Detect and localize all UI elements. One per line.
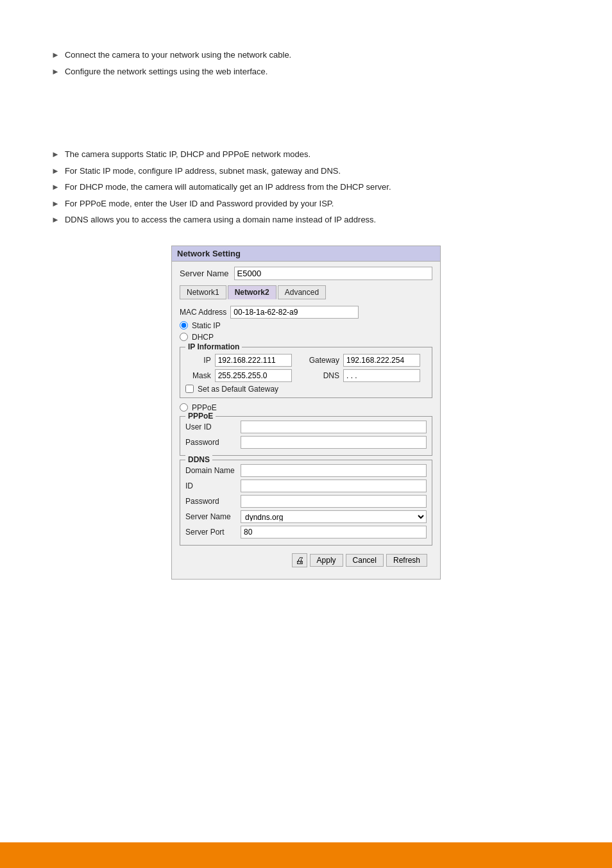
ddns-domain-label: Domain Name: [185, 466, 237, 475]
pppoe-user-input[interactable]: [241, 421, 427, 433]
print-icon: 🖨: [295, 555, 304, 565]
bullet-text: The camera supports Static IP, DHCP and …: [65, 148, 310, 161]
bullet-text: DDNS allows you to access the camera usi…: [65, 213, 376, 226]
pppoe-label: PPPoE: [192, 403, 217, 412]
pppoe-pass-label: Password: [185, 438, 237, 447]
ddns-domain-input[interactable]: [241, 464, 427, 477]
ddns-id-input[interactable]: [241, 480, 427, 492]
ip-input[interactable]: [215, 354, 292, 367]
tabs-row: Network1 Network2 Advanced: [180, 285, 432, 299]
dhcp-label: DHCP: [192, 333, 214, 342]
bullet-arrow-icon: ►: [51, 165, 60, 178]
bullet-text: For PPPoE mode, enter the User ID and Pa…: [65, 197, 334, 210]
pppoe-legend: PPPoE: [185, 412, 216, 421]
bullet-arrow-icon: ►: [51, 181, 60, 194]
bullet-arrow-icon: ►: [51, 49, 60, 62]
network-setting-panel: Network Setting Server Name Network1 Net…: [171, 246, 441, 580]
pppoe-section: PPPoE User ID Password: [180, 416, 432, 456]
dns-input[interactable]: [343, 369, 420, 382]
bullets-top: ► Connect the camera to your network usi…: [51, 49, 574, 78]
bullet-item: ► For PPPoE mode, enter the User ID and …: [51, 197, 574, 210]
bullet-arrow-icon: ►: [51, 65, 60, 78]
static-ip-radio[interactable]: [180, 321, 188, 330]
ddns-pass-label: Password: [185, 497, 237, 506]
ddns-server-label: Server Name: [185, 512, 237, 521]
server-name-label: Server Name: [180, 269, 229, 278]
default-gateway-checkbox[interactable]: [185, 385, 194, 393]
pppoe-user-label: User ID: [185, 422, 237, 431]
ddns-legend: DDNS: [185, 455, 212, 464]
bullet-item: ► Connect the camera to your network usi…: [51, 49, 574, 62]
ip-information-section: IP Information IP Gateway Mask DNS Set a…: [180, 347, 432, 398]
bullet-item: ► Configure the network settings using t…: [51, 65, 574, 78]
bullet-arrow-icon: ►: [51, 148, 60, 161]
ddns-port-label: Server Port: [185, 528, 237, 537]
panel-title: Network Setting: [172, 246, 440, 262]
static-ip-label: Static IP: [192, 321, 221, 330]
ip-info-legend: IP Information: [185, 342, 242, 351]
tab-advanced[interactable]: Advanced: [278, 285, 326, 299]
bullet-item: ► For Static IP mode, configure IP addre…: [51, 165, 574, 178]
bullet-arrow-icon: ►: [51, 213, 60, 226]
ddns-id-label: ID: [185, 481, 237, 490]
button-row: 🖨 Apply Cancel Refresh: [180, 551, 432, 567]
bullets-mid: ► The camera supports Static IP, DHCP an…: [51, 148, 574, 226]
bullet-text: For DHCP mode, the camera will automatic…: [65, 181, 391, 194]
bullet-text: Configure the network settings using the…: [65, 65, 268, 78]
tab-network2[interactable]: Network2: [228, 285, 276, 299]
pppoe-pass-input[interactable]: [241, 436, 427, 449]
apply-button[interactable]: Apply: [310, 554, 343, 567]
mac-address-input[interactable]: [230, 306, 359, 319]
bullet-text: For Static IP mode, configure IP address…: [65, 165, 341, 178]
ip-label: IP: [185, 356, 211, 365]
bottom-orange-bar: [0, 842, 612, 868]
ddns-section: DDNS Domain Name ID Password Server Name: [180, 460, 432, 546]
pppoe-radio[interactable]: [180, 403, 188, 412]
bullet-arrow-icon: ►: [51, 197, 60, 210]
gateway-input[interactable]: [343, 354, 420, 367]
mask-input[interactable]: [215, 369, 292, 382]
tab-network1[interactable]: Network1: [180, 285, 226, 299]
print-button[interactable]: 🖨: [292, 553, 307, 567]
mac-address-label: MAC Address: [180, 308, 226, 317]
gateway-label: Gateway: [302, 356, 339, 365]
bullet-text: Connect the camera to your network using…: [65, 49, 291, 62]
server-name-input[interactable]: [234, 267, 432, 280]
ddns-server-select[interactable]: dyndns.org: [241, 510, 427, 523]
bullet-item: ► For DHCP mode, the camera will automat…: [51, 181, 574, 194]
ddns-pass-input[interactable]: [241, 495, 427, 508]
bullet-item: ► The camera supports Static IP, DHCP an…: [51, 148, 574, 161]
default-gateway-label: Set as Default Gateway: [198, 385, 278, 394]
refresh-button[interactable]: Refresh: [386, 554, 427, 567]
bullet-item: ► DDNS allows you to access the camera u…: [51, 213, 574, 226]
cancel-button[interactable]: Cancel: [346, 554, 384, 567]
dns-label: DNS: [302, 371, 339, 380]
mask-label: Mask: [185, 371, 211, 380]
dhcp-radio[interactable]: [180, 333, 188, 341]
ddns-port-input[interactable]: [241, 526, 427, 538]
